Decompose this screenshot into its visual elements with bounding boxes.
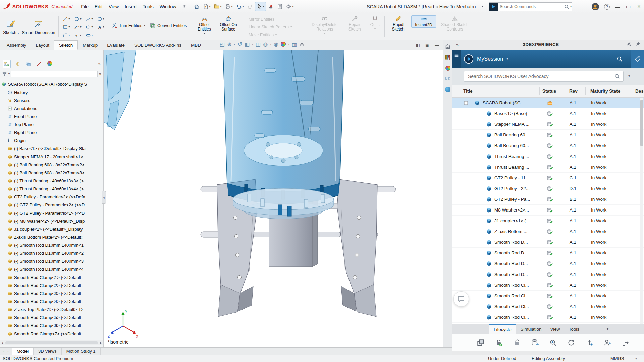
save-database-button[interactable] [531,339,539,347]
command-search[interactable]: ▾ [489,2,572,11]
tree-item[interactable]: Z-axis Top Plate<1> (<<Default>_D [0,305,103,313]
advocacy-search-field[interactable] [464,71,624,82]
display-manager-tab[interactable] [46,60,54,68]
dex-row[interactable]: SCARA Robot (SC...A.1In Work [452,98,644,108]
dex-tab-simulation[interactable]: Simulation [516,324,546,334]
trim-entities-button[interactable]: Trim Entities▾ [111,23,145,29]
tree-item[interactable]: Smooth Rod Clamp<1> (<<Default: [0,273,103,281]
graphics-viewport[interactable]: Y X Z *Isometric [104,50,443,347]
expander-minus-icon[interactable] [464,101,468,105]
dex-tab-lifecycle[interactable]: Lifecycle [489,324,516,334]
tab-markup[interactable]: Markup [78,40,102,50]
tree-item[interactable]: (-) Smooth Rod D10mm L400mm<3 [0,257,103,265]
sketch-slot-tool[interactable]: ▾ [84,31,95,39]
offset-on-surface-button[interactable]: Offset On Surface [217,15,239,32]
sketch-circle-tool[interactable]: ▾ [72,15,83,23]
dex-row[interactable]: Ball Bearing 60...A.1In Work [452,140,644,151]
share-user-button[interactable] [603,339,611,347]
convert-entities-button[interactable]: Convert Entities [150,23,187,29]
dex-row[interactable]: Smooth Rod Cl...A.1In Work [452,312,644,323]
sketch-rectangle-tool[interactable]: ▾ [61,23,72,31]
menu-insert[interactable]: Insert [122,2,140,11]
tree-item[interactable]: (f) Base<1> (<<Default>_Display Sta [0,144,103,153]
dex-row[interactable]: GT2 Pulley - Pa...B.1In Work [452,194,644,205]
tags-panel-button[interactable] [631,50,644,68]
select-cursor-button[interactable]: ▾ [255,2,266,11]
assistant-chat-button[interactable] [453,291,469,307]
search-scope-icon[interactable] [489,3,498,11]
new-doc-button[interactable]: ▾ [202,2,212,11]
session-selector[interactable]: MySession▼ [477,56,509,62]
tree-item[interactable]: Smooth Rod Clamp<6> (<<Default: [0,321,103,329]
appearances-icon[interactable] [444,65,451,71]
tab-layout[interactable]: Layout [31,40,54,50]
dex-tab-tools[interactable]: Tools [565,324,584,334]
column-header-des[interactable]: Des [635,88,644,94]
table-scrollbar[interactable] [640,98,643,324]
menu-tools[interactable]: Tools [140,2,157,11]
open-doc-button[interactable]: ▾ [213,2,223,11]
rapid-sketch-button[interactable]: Rapid Sketch [387,15,409,32]
tree-filter-input[interactable] [11,71,98,77]
panel-settings-gear-icon[interactable] [627,42,632,47]
tree-item[interactable]: Smooth Rod Clamp<3> (<<Default: [0,289,103,297]
tree-item[interactable]: (-) M8 Washer<2> (<<Default>_Disp [0,217,103,225]
menu-window[interactable]: Window [157,2,179,11]
dex-row[interactable]: Z-axis Bottom ...A.1In Work [452,226,644,237]
instant2d-button[interactable]: Instant2D [411,15,436,28]
panel-expand-icon[interactable]: « [456,42,459,47]
dex-row[interactable]: GT2 Pulley - 22...D.1In Work [452,183,644,194]
dex-row[interactable]: Smooth Rod D...A.1In Work [452,248,644,258]
command-search-input[interactable] [498,4,564,9]
hamburger-menu-icon[interactable] [452,50,461,68]
tree-item[interactable]: Front Plane [0,112,103,120]
minimize-document-icon[interactable]: — [435,43,439,48]
shaded-sketch-contours-button[interactable]: Shaded Sketch Contours [439,15,471,32]
sketch-point-tool[interactable]: ▾ [72,31,83,39]
table-column-headers[interactable]: TitleStatusRevMaturity StateDes [452,85,644,98]
tree-item[interactable]: (-) Thrust Bearing - 40x60x13<4> (< [0,185,103,193]
sketch-button[interactable]: Sketch ▾ [2,15,20,39]
edit-appearance-icon[interactable] [281,42,286,47]
menu-view[interactable]: View [106,2,122,11]
tree-item[interactable]: (-) GT2 Pulley - Parametric<2> (<<D [0,201,103,209]
insert-component-button[interactable] [585,339,593,347]
dex-row[interactable]: Ball Bearing 60...A.1In Work [452,130,644,140]
tree-item[interactable]: (-) Smooth Rod D10mm L400mm<1 [0,241,103,249]
scara-robot-model[interactable]: Y X Z [104,50,443,347]
dex-row[interactable]: Smooth Rod D...A.1In Work [452,269,644,280]
tab-mbd[interactable]: MBD [186,40,206,50]
dex-row[interactable]: Smooth Rod Cl...A.1In Work [452,291,644,301]
quick-snaps-button[interactable]: Qui...▾ [368,15,382,31]
mirror-entities-button[interactable]: Mirror Entities [247,16,292,23]
offset-entities-button[interactable]: Offset Entities▾ [194,15,215,35]
dex-row[interactable]: M8 Washer<2>...A.1In Work [452,205,644,216]
tree-item[interactable]: Stepper NEMA 17 - 20mm shaft<1> [0,153,103,161]
panel-collapse-arrow[interactable]: ◂ [102,191,106,204]
filter-funnel-icon[interactable] [2,72,7,77]
advocacy-search-icon[interactable] [614,74,620,79]
panel-overflow-icon[interactable]: » [99,72,101,76]
column-header-rev[interactable]: Rev [569,88,578,94]
scroll-left-icon[interactable]: ◂ [1,341,3,345]
tree-item[interactable]: History [0,88,103,96]
dex-row[interactable]: Base<1> (Base)A.1In Work [452,108,644,119]
column-header-status[interactable]: Status [542,88,556,94]
design-library-icon[interactable] [444,54,451,61]
sketch-text-tool[interactable]: A▾ [95,23,106,31]
tree-item[interactable]: (-) Smooth Rod D10mm L400mm<2 [0,249,103,257]
display-style-icon[interactable]: ◍ [263,41,268,47]
menu-file[interactable]: File [78,2,92,11]
dex-row[interactable]: Smooth Rod Cl...A.1In Work [452,301,644,312]
options-gear-button[interactable]: ▾ [285,2,295,11]
3dswym-icon[interactable] [444,86,451,93]
undo-button[interactable]: ▾ [235,2,245,11]
float-window-icon[interactable]: ▣ [425,43,429,48]
model-tab-motion-study-1[interactable]: Motion Study 1 [62,348,101,355]
sketch-arc-tool[interactable]: ▾ [72,23,83,31]
dex-row[interactable]: Smooth Rod D...A.1In Work [452,237,644,248]
tree-horizontal-scrollbar[interactable]: ◂ ▸ [0,340,103,345]
tab-sketch[interactable]: Sketch [54,40,78,50]
dex-row[interactable]: Smooth Rod D...A.1In Work [452,258,644,269]
redo-button[interactable] [246,2,254,11]
